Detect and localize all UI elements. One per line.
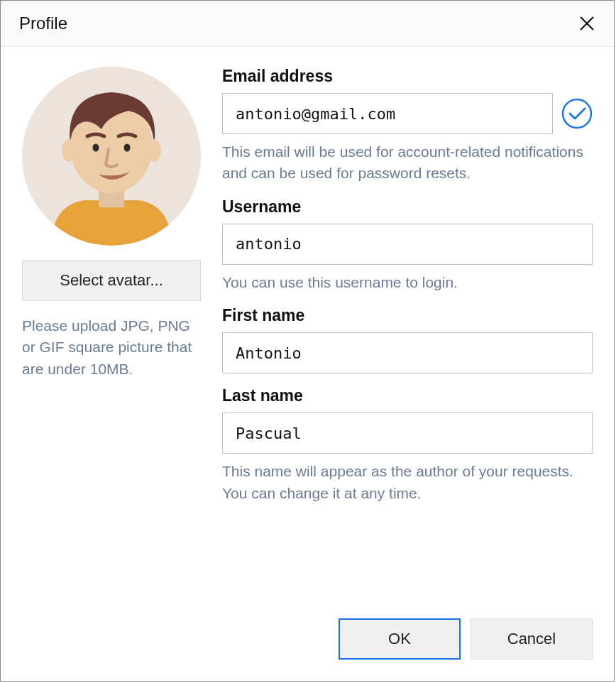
dialog-title: Profile bbox=[19, 13, 67, 33]
svg-point-10 bbox=[563, 99, 591, 128]
lastname-row bbox=[222, 412, 593, 454]
email-input[interactable] bbox=[222, 93, 553, 134]
email-field-group: Email address This email will be used fo… bbox=[222, 67, 593, 185]
username-input[interactable] bbox=[222, 224, 593, 265]
email-hint: This email will be used for account-rela… bbox=[222, 141, 593, 185]
form-column: Email address This email will be used fo… bbox=[222, 67, 593, 600]
svg-point-7 bbox=[147, 139, 161, 162]
svg-point-9 bbox=[124, 144, 131, 152]
username-hint: You can use this username to login. bbox=[222, 272, 593, 293]
lastname-label: Last name bbox=[222, 386, 593, 405]
cancel-button[interactable]: Cancel bbox=[471, 618, 593, 660]
firstname-label: First name bbox=[222, 306, 593, 325]
firstname-row bbox=[222, 332, 593, 373]
ok-button[interactable]: OK bbox=[339, 618, 461, 660]
avatar-illustration bbox=[22, 67, 201, 246]
lastname-input[interactable] bbox=[222, 412, 593, 454]
checkmark-icon bbox=[561, 98, 593, 129]
firstname-field-group: First name bbox=[222, 306, 593, 373]
svg-point-6 bbox=[62, 139, 76, 162]
email-row bbox=[222, 93, 593, 134]
username-row bbox=[222, 224, 593, 265]
username-label: Username bbox=[222, 197, 593, 217]
email-label: Email address bbox=[222, 67, 593, 86]
avatar-hint: Please upload JPG, PNG or GIF square pic… bbox=[22, 315, 201, 380]
dialog-header: Profile bbox=[1, 1, 614, 47]
dialog-body: Select avatar... Please upload JPG, PNG … bbox=[1, 47, 614, 600]
firstname-input[interactable] bbox=[222, 332, 593, 373]
username-field-group: Username You can use this username to lo… bbox=[222, 197, 593, 293]
lastname-hint: This name will appear as the author of y… bbox=[222, 461, 593, 504]
lastname-field-group: Last name This name will appear as the a… bbox=[222, 386, 593, 504]
dialog-footer: OK Cancel bbox=[1, 600, 614, 681]
select-avatar-button[interactable]: Select avatar... bbox=[22, 260, 201, 301]
close-icon bbox=[578, 15, 595, 32]
avatar-column: Select avatar... Please upload JPG, PNG … bbox=[22, 67, 201, 600]
avatar bbox=[22, 67, 201, 246]
svg-point-8 bbox=[93, 144, 99, 152]
close-button[interactable] bbox=[578, 15, 595, 32]
profile-dialog: Profile bbox=[0, 0, 615, 682]
